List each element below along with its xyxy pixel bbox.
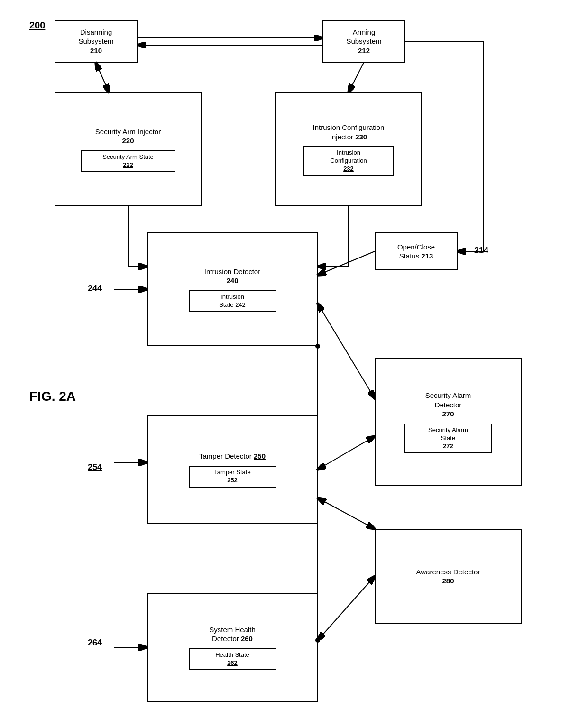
ref-200-label: 200 — [29, 20, 45, 31]
intrusion-config-inner-box: Intrusion Configuration 232 — [303, 146, 394, 176]
security-alarm-detector-label: Security Alarm Detector 270 — [423, 391, 474, 419]
system-health-detector-label: System Health Detector 260 — [206, 625, 258, 644]
figure-label: FIG. 2A — [29, 389, 76, 404]
tamper-detector-box: Tamper Detector 250 Tamper State 252 — [147, 415, 318, 524]
ref-254-label: 254 — [88, 462, 102, 472]
health-state-inner-box: Health State 262 — [189, 648, 276, 670]
disarming-subsystem-box: Disarming Subsystem 210 — [55, 20, 138, 63]
intrusion-state-inner-box: Intrusion State 242 — [189, 290, 276, 312]
arm-state-inner-box: Security Arm State 222 — [81, 150, 175, 172]
intrusion-config-injector-label: Intrusion Configuration Injector 230 — [310, 123, 387, 141]
tamper-state-inner-box: Tamper State 252 — [189, 466, 276, 488]
svg-line-4 — [96, 63, 109, 92]
intrusion-config-injector-box: Intrusion Configuration Injector 230 Int… — [275, 92, 422, 206]
awareness-detector-box: Awareness Detector 280 — [375, 529, 522, 624]
ref-264-label: 264 — [88, 638, 102, 648]
open-close-status-label: Open/Close Status 213 — [395, 242, 438, 261]
arm-injector-label: Security Arm Injector 220 — [92, 127, 164, 146]
disarming-subsystem-label: Disarming Subsystem 210 — [75, 28, 116, 55]
tamper-detector-label: Tamper Detector 250 — [196, 452, 268, 461]
arm-injector-box: Security Arm Injector 220 Security Arm S… — [55, 92, 202, 206]
svg-line-24 — [318, 576, 375, 640]
svg-line-25 — [318, 498, 375, 529]
open-close-status-box: Open/Close Status 213 — [375, 232, 458, 270]
svg-line-22 — [318, 436, 375, 470]
ref-214-label: 214 — [474, 246, 488, 256]
security-alarm-state-inner-box: Security Alarm State 272 — [404, 424, 492, 453]
intrusion-detector-label: Intrusion Detector 240 — [202, 267, 263, 286]
arming-subsystem-box: Arming Subsystem 212 — [322, 20, 405, 63]
svg-line-5 — [349, 63, 364, 92]
awareness-detector-label: Awareness Detector 280 — [413, 567, 483, 586]
svg-line-20 — [318, 304, 375, 398]
svg-line-16 — [318, 251, 375, 275]
system-health-detector-box: System Health Detector 260 Health State … — [147, 593, 318, 702]
diagram: 200 Disarming Subsystem 210 Arming Subsy… — [0, 0, 588, 719]
ref-244-label: 244 — [88, 284, 102, 294]
arming-subsystem-label: Arming Subsystem 212 — [343, 28, 384, 55]
intrusion-detector-box: Intrusion Detector 240 Intrusion State 2… — [147, 232, 318, 346]
security-alarm-detector-box: Security Alarm Detector 270 Security Ala… — [375, 358, 522, 486]
